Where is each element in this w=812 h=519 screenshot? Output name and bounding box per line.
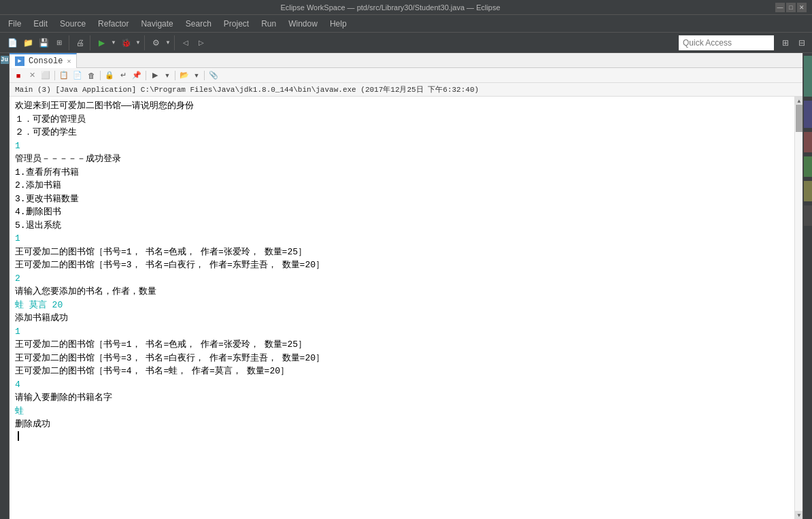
toolbar-group-4: ⚙ ▼: [146, 35, 175, 50]
console-sep-3: [146, 71, 146, 80]
suspend-button[interactable]: ⬜: [39, 69, 52, 82]
menu-window[interactable]: Window: [283, 16, 323, 31]
toolbar-group-1: 📄 📁 💾 ⊞: [3, 35, 69, 50]
menu-help[interactable]: Help: [324, 16, 352, 31]
left-panel: Ju: [0, 53, 10, 519]
right-side-icon-2[interactable]: [804, 101, 812, 128]
menu-search[interactable]: Search: [180, 16, 217, 31]
toolbar-group-2: 🖨: [71, 35, 90, 50]
console-toolbar: ■ ✕ ⬜ 📋 📄 🗑 🔒 ↵ 📌 ▶ ▼ 📂 ▼ 📎: [10, 68, 802, 83]
console-area: ▶ Console ✕ ■ ✕ ⬜ 📋 📄 🗑 🔒 ↵ 📌 ▶ ▼ 📂: [10, 53, 802, 519]
pin-btn[interactable]: 📎: [207, 69, 220, 82]
stop-button[interactable]: ■: [12, 69, 24, 82]
console-line: 1: [15, 139, 789, 153]
toolbar-next-edit-btn[interactable]: ▷: [194, 35, 209, 50]
console-sep-4: [175, 71, 175, 80]
toolbar-debug-btn[interactable]: 🐞: [118, 35, 133, 50]
console-line: １．可爱的管理员: [15, 113, 789, 127]
console-tab-item[interactable]: ▶ Console ✕: [10, 53, 77, 68]
right-side-icon-3[interactable]: [804, 132, 812, 152]
console-line: 1: [15, 232, 789, 246]
toolbar-save-btn[interactable]: 💾: [36, 35, 51, 50]
toolbar-run-btn[interactable]: ▶: [94, 35, 109, 50]
paste-input-button[interactable]: 📄: [71, 69, 84, 82]
quick-access-box: [679, 35, 774, 50]
scroll-up-btn[interactable]: ▲: [795, 97, 802, 105]
toolbar-perspective-btn[interactable]: ⊞: [778, 35, 793, 50]
scroll-thumb[interactable]: [796, 105, 802, 132]
toolbar-save-all-btn[interactable]: ⊞: [52, 35, 67, 50]
scroll-down-btn[interactable]: ▼: [795, 511, 802, 519]
scroll-track[interactable]: [795, 105, 802, 511]
toolbar-right-icons: ⊞ ⊟: [775, 35, 809, 50]
toolbar-ext-btn[interactable]: ⚙: [148, 35, 163, 50]
toolbar-debug-dropdown[interactable]: ▼: [134, 35, 142, 50]
right-side-icon-6[interactable]: [804, 205, 812, 226]
toolbar-print-btn[interactable]: 🖨: [73, 35, 88, 50]
right-side-icon-1[interactable]: [804, 56, 812, 97]
toolbar-open-btn[interactable]: 📁: [20, 35, 35, 50]
pin-console-button[interactable]: 📌: [131, 69, 143, 82]
toolbar-group-3: ▶ ▼ 🐞 ▼: [92, 35, 145, 50]
console-title-text: Main (3) [Java Application] C:\Program F…: [15, 84, 479, 95]
console-line: 王可爱加二的图书馆［书号=1， 书名=色戒， 作者=张爱玲， 数量=25］: [15, 246, 789, 259]
console-line: 3.更改书籍数量: [15, 192, 789, 206]
console-line: 1.查看所有书籍: [15, 166, 789, 180]
console-line: 删除成功: [15, 418, 789, 431]
word-wrap-button[interactable]: ↵: [117, 69, 129, 82]
copy-output-button[interactable]: 📋: [58, 69, 70, 82]
menubar: File Edit Source Refactor Navigate Searc…: [0, 15, 812, 33]
main-area: Ju ▶ Console ✕ ■ ✕ ⬜ 📋 📄 🗑 🔒 ↵: [0, 53, 812, 519]
menu-project[interactable]: Project: [218, 16, 254, 31]
menu-source[interactable]: Source: [54, 16, 91, 31]
console-line: 王可爱加二的图书馆［书号=3， 书名=白夜行， 作者=东野圭吾， 数量=20］: [15, 258, 789, 272]
right-side-icon-4[interactable]: [804, 156, 812, 177]
console-line: 2: [15, 272, 789, 286]
console-line: 添加书籍成功: [15, 312, 789, 325]
titlebar: Eclipse WorkSpace — ptd/src/Library30/St…: [0, 0, 812, 15]
toolbar-new-btn[interactable]: 📄: [5, 35, 20, 50]
menu-file[interactable]: File: [3, 16, 27, 31]
console-line: ２．可爱的学生: [15, 126, 789, 139]
toolbar-group-5: ◁ ▷: [176, 35, 211, 50]
console-line: 4.删除图书: [15, 205, 789, 219]
clear-console-button[interactable]: 🗑: [85, 69, 97, 82]
toolbar: 📄 📁 💾 ⊞ 🖨 ▶ ▼ 🐞 ▼ ⚙ ▼ ◁ ▷ ⊞ ⊟: [0, 33, 812, 53]
console-line: 欢迎来到王可爱加二图书馆——请说明您的身份: [15, 99, 789, 113]
console-line: 王可爱加二的图书馆［书号=3， 书名=白夜行， 作者=东野圭吾， 数量=20］: [15, 352, 789, 365]
toolbar-perspective-btn2[interactable]: ⊟: [794, 35, 809, 50]
console-line: 蛙 莫言 20: [15, 299, 789, 312]
menu-edit[interactable]: Edit: [28, 16, 53, 31]
new-console-button[interactable]: ▶: [149, 69, 161, 82]
left-side-icon-1[interactable]: Ju: [1, 56, 9, 64]
quick-access-input[interactable]: [683, 38, 770, 48]
console-output[interactable]: 欢迎来到王可爱加二图书馆——请说明您的身份１．可爱的管理员２．可爱的学生1管理员…: [10, 97, 794, 519]
open-console-dropdown[interactable]: ▼: [192, 69, 201, 82]
console-tab-close[interactable]: ✕: [67, 57, 71, 65]
menu-run[interactable]: Run: [256, 16, 282, 31]
console-dropdown-btn[interactable]: ▼: [163, 69, 172, 82]
console-tab-icon: ▶: [15, 56, 24, 66]
titlebar-controls: — □ ✕: [775, 3, 807, 12]
console-scrollbar[interactable]: ▲ ▼: [794, 97, 802, 519]
console-tab-bar: ▶ Console ✕: [10, 53, 802, 68]
terminate-button[interactable]: ✕: [26, 69, 38, 82]
close-button[interactable]: ✕: [797, 3, 807, 12]
right-panel: [802, 53, 812, 519]
menu-navigate[interactable]: Navigate: [135, 16, 178, 31]
toolbar-run-dropdown[interactable]: ▼: [109, 35, 118, 50]
toolbar-ext-dropdown[interactable]: ▼: [164, 35, 172, 50]
toolbar-prev-edit-btn[interactable]: ◁: [178, 35, 193, 50]
right-side-icon-5[interactable]: [804, 181, 812, 201]
console-line: 请输入要删除的书籍名字: [15, 391, 789, 405]
console-sep-1: [54, 71, 55, 80]
maximize-button[interactable]: □: [786, 3, 796, 12]
scroll-lock-button[interactable]: 🔒: [103, 69, 116, 82]
console-line: 请输入您要添加的书名，作者，数量: [15, 285, 789, 299]
console-line: 管理员－－－－－成功登录: [15, 152, 789, 166]
open-console-btn[interactable]: 📂: [178, 69, 190, 82]
console-line: 4: [15, 378, 789, 392]
minimize-button[interactable]: —: [775, 3, 785, 12]
menu-refactor[interactable]: Refactor: [92, 16, 134, 31]
titlebar-text: Eclipse WorkSpace — ptd/src/Library30/St…: [5, 3, 775, 12]
